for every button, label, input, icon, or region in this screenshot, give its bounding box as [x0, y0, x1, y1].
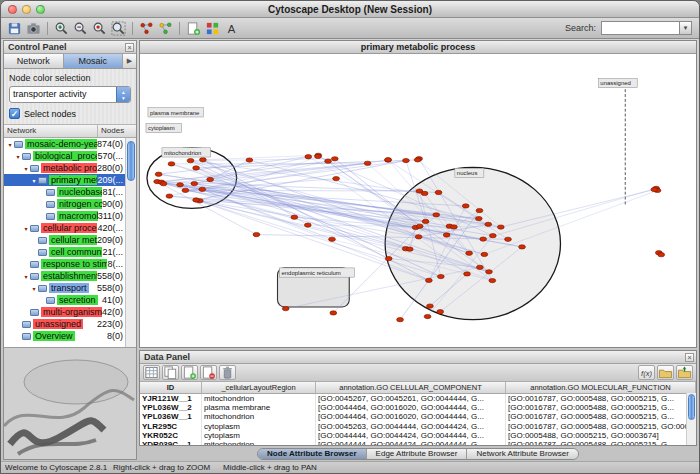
network-canvas[interactable]: plasma membranecytoplasmmitochondrionnuc… [140, 54, 696, 347]
tree-scrollbar-thumb[interactable] [127, 141, 135, 181]
network-node [160, 182, 167, 186]
disclosure-triangle-icon[interactable]: ▾ [22, 165, 30, 172]
tab-mosaic[interactable]: Mosaic [64, 54, 124, 68]
tree-row[interactable]: multi-organism pro...42(0) [4, 306, 136, 318]
zoom-in-icon[interactable] [53, 20, 70, 37]
export-attributes-icon[interactable] [676, 365, 693, 380]
tree-row[interactable]: nitrogen compo...90(0) [4, 198, 136, 210]
right-column: primary metabolic process plasma membran… [139, 40, 697, 460]
tab-node-attribute-browser[interactable]: Node Attribute Browser [258, 449, 367, 459]
table-row[interactable]: YPL036W__1mitochondrion[GO:0044464, GO:0… [140, 412, 696, 421]
tree-node-label: response to stimul... [41, 259, 107, 269]
traffic-lights [8, 5, 45, 14]
network-node [282, 306, 289, 310]
zoom-selected-icon[interactable] [91, 20, 108, 37]
data-panel: Data Panel × f(x) ID _cellularLayoutRegi… [139, 350, 697, 446]
table-row[interactable]: YLR295Ccytoplasm[GO:0045263, GO:0044444,… [140, 422, 696, 431]
table-row[interactable]: YJR121W__1mitochondrion[GO:0045267, GO:0… [140, 394, 696, 403]
tree-row[interactable]: Overview8(0) [4, 330, 136, 342]
network-node [330, 311, 337, 315]
data-panel-title: Data Panel [144, 352, 190, 362]
tree-header-nodes[interactable]: Nodes [98, 125, 136, 137]
table-row[interactable]: YPL036W__2plasma membrane[GO:0044464, GO… [140, 403, 696, 412]
node-color-select[interactable]: transporter activity ▴▾ [9, 86, 131, 103]
tree-row[interactable]: ▾establishment of lo...558(0) [4, 270, 136, 282]
zoom-window-button[interactable] [36, 5, 45, 14]
search-dropdown-icon[interactable]: ▾ [679, 21, 692, 35]
annotation-icon[interactable]: A [223, 20, 240, 37]
network-node [427, 304, 434, 308]
tree-row[interactable]: response to stimul...8(... [4, 258, 136, 270]
disclosure-triangle-icon[interactable]: ▾ [30, 177, 38, 184]
snapshot-icon[interactable] [25, 20, 42, 37]
cell-cellular-component: [GO:0044444, GO:0044424, GO:0044444, G..… [316, 440, 506, 445]
content-area: Control Panel × Network Mosaic ▶ Node co… [1, 39, 699, 461]
tree-row[interactable]: secretion41(0) [4, 294, 136, 306]
tree-row[interactable]: ▾primary metabo...209(... [4, 174, 136, 186]
trash-icon[interactable] [219, 365, 236, 380]
disclosure-triangle-icon[interactable]: ▾ [22, 225, 30, 232]
minimize-window-button[interactable] [22, 5, 31, 14]
delete-attribute-icon[interactable] [200, 365, 217, 380]
disclosure-triangle-icon[interactable]: ▾ [30, 285, 38, 292]
cell-molecular-function: [GO:0016787, GO:0005488, GO:0005215, G..… [506, 440, 696, 445]
column-header-region[interactable]: _cellularLayoutRegion [202, 382, 316, 393]
tree-row[interactable]: ▾cellular process420(... [4, 222, 136, 234]
zoom-fit-icon[interactable] [110, 20, 127, 37]
table-scrollbar-thumb[interactable] [688, 394, 695, 420]
table-row[interactable]: YKR052Ccytoplasm[GO:0044444, GO:0044424,… [140, 431, 696, 440]
tree-node-label: transport [49, 283, 89, 293]
network-node [481, 252, 488, 256]
close-window-button[interactable] [8, 5, 17, 14]
network-node [168, 162, 175, 166]
more-tabs-arrow-icon[interactable]: ▶ [123, 54, 136, 68]
tree-header-network[interactable]: Network [4, 125, 98, 137]
column-header-cellular-component[interactable]: annotation.GO CELLULAR_COMPONENT [316, 382, 506, 393]
network-node [187, 159, 194, 163]
tab-network[interactable]: Network [4, 54, 64, 68]
hide-selected-icon[interactable] [138, 20, 155, 37]
folder-icon [22, 333, 31, 340]
tree-row[interactable]: ▾metabolic process280(0) [4, 162, 136, 174]
window-titlebar[interactable]: Cytoscape Desktop (New Session) [1, 1, 699, 18]
column-header-id[interactable]: ID [140, 382, 202, 393]
column-header-molecular-function[interactable]: annotation.GO MOLECULAR_FUNCTION [506, 382, 696, 393]
network-view-title[interactable]: primary metabolic process [140, 41, 696, 54]
select-nodes-checkbox[interactable]: ✓ [9, 108, 20, 119]
tree-row[interactable]: ▾biological_process570(... [4, 150, 136, 162]
select-first-neighbors-icon[interactable] [157, 20, 174, 37]
new-network-from-selection-icon[interactable] [185, 20, 202, 37]
table-scrollbar[interactable] [686, 393, 696, 445]
tree-row[interactable]: macromolecule...311(0) [4, 210, 136, 222]
new-attribute-icon[interactable] [181, 365, 198, 380]
tab-network-attribute-browser[interactable]: Network Attribute Browser [467, 449, 577, 459]
data-panel-close-icon[interactable]: × [685, 353, 694, 362]
table-row[interactable]: YDR039C__1mitochondrion[GO:0044444, GO:0… [140, 440, 696, 445]
window-title: Cytoscape Desktop (New Session) [61, 1, 639, 18]
cell-molecular-function: [GO:0016787, GO:0005488, GO:0005215, G..… [506, 403, 696, 412]
tree-row[interactable]: cell communicat...21(... [4, 246, 136, 258]
network-node [651, 187, 658, 191]
select-attributes-icon[interactable] [143, 365, 160, 380]
tab-edge-attribute-browser[interactable]: Edge Attribute Browser [367, 449, 468, 459]
disclosure-triangle-icon[interactable]: ▾ [22, 273, 30, 280]
disclosure-triangle-icon[interactable]: ▾ [14, 153, 22, 160]
vizmapper-icon[interactable] [204, 20, 221, 37]
network-tree: ▾mosaic-demo-yeast874(0)▾biological_proc… [4, 138, 136, 347]
function-builder-icon[interactable]: f(x) [638, 365, 655, 380]
tree-row[interactable]: nucleobase...81(... [4, 186, 136, 198]
zoom-out-icon[interactable] [72, 20, 89, 37]
disclosure-triangle-icon[interactable]: ▾ [6, 141, 14, 148]
tree-scrollbar[interactable] [125, 138, 136, 347]
network-node [291, 215, 298, 219]
tree-row[interactable]: ▾transport558(0) [4, 282, 136, 294]
tree-row[interactable]: cellular metabo...209(0) [4, 234, 136, 246]
tree-row[interactable]: ▾mosaic-demo-yeast874(0) [4, 138, 136, 150]
copy-attributes-icon[interactable] [162, 365, 179, 380]
tree-row[interactable]: unassigned223(0) [4, 318, 136, 330]
import-attributes-icon[interactable] [657, 365, 674, 380]
birdseye-view[interactable] [4, 347, 136, 459]
save-icon[interactable] [6, 20, 23, 37]
search-input[interactable] [601, 21, 679, 35]
control-panel-close-icon[interactable]: × [125, 43, 134, 52]
